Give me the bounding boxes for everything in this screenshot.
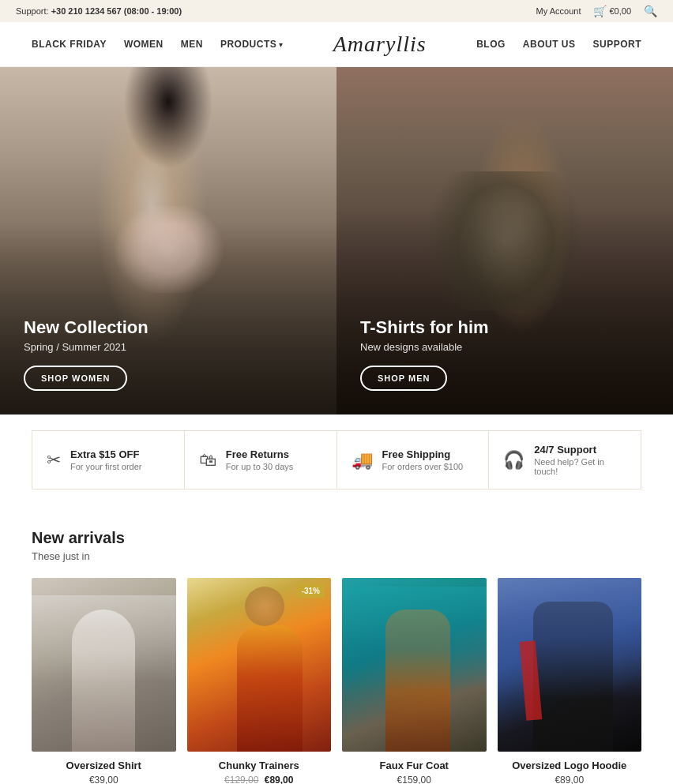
new-arrivals-section: New arrivals These just in Oversized Shi… (0, 505, 673, 784)
products-grid: Oversized Shirt €39,00 -31% Chunky Train… (32, 578, 641, 784)
bag-icon: 🛍 (199, 450, 216, 471)
product-name-1: Oversized Shirt (32, 760, 176, 771)
shop-women-button[interactable]: SHOP WOMEN (24, 366, 127, 391)
feature-discount: ✂ Extra $15 OFF For your first order (32, 431, 185, 489)
nav-left: BLACK FRIDAY WOMEN MEN PRODUCTS ▾ (32, 39, 283, 50)
product-name-4: Oversized Logo Hoodie (498, 760, 642, 771)
cart-icon: 🛒 (593, 5, 607, 17)
hero-left-title: New Collection (24, 317, 313, 338)
hero-left-content: New Collection Spring / Summer 2021 SHOP… (24, 317, 313, 391)
chevron-down-icon: ▾ (279, 40, 283, 49)
hero-left-subtitle: Spring / Summer 2021 (24, 341, 313, 353)
product-name-2: Chunky Trainers (187, 760, 332, 771)
nav-right: BLOG ABOUT US SUPPORT (476, 39, 641, 50)
feature-support-desc: Need help? Get in touch! (534, 457, 626, 476)
product-name-3: Faux Fur Coat (342, 760, 487, 771)
discount-badge-2: -31% (297, 584, 325, 598)
product-price-2: €129,00 €89,00 (187, 775, 332, 784)
feature-discount-title: Extra $15 OFF (70, 448, 141, 460)
product-card-2[interactable]: -31% Chunky Trainers €129,00 €89,00 (187, 578, 332, 784)
nav-products-dropdown[interactable]: PRODUCTS ▾ (220, 39, 283, 50)
scissors-icon: ✂ (47, 450, 61, 471)
price-value-1: €39,00 (89, 775, 118, 784)
new-arrivals-title: New arrivals (32, 529, 641, 547)
feature-shipping-desc: For orders over $100 (382, 462, 464, 471)
feature-support-title: 24/7 Support (534, 444, 626, 456)
my-account-link[interactable]: My Account (536, 6, 581, 16)
original-price-2: €129,00 (224, 775, 258, 784)
new-arrivals-subtitle: These just in (32, 550, 641, 562)
hero-right-subtitle: New designs available (360, 341, 649, 353)
hero-right-content: T-Shirts for him New designs available S… (360, 317, 649, 391)
nav-women[interactable]: WOMEN (124, 39, 164, 50)
header: BLACK FRIDAY WOMEN MEN PRODUCTS ▾ Amaryl… (0, 22, 673, 67)
nav-support[interactable]: SUPPORT (592, 39, 641, 50)
product-card-4[interactable]: Oversized Logo Hoodie €89,00 (498, 578, 642, 784)
product-card-1[interactable]: Oversized Shirt €39,00 (32, 578, 176, 784)
support-info: Support: +30 210 1234 567 (08:00 - 19:00… (16, 6, 182, 16)
features-bar: ✂ Extra $15 OFF For your first order 🛍 F… (32, 430, 641, 490)
product-img-2: -31% (187, 578, 332, 752)
feature-support: 🎧 24/7 Support Need help? Get in touch! (489, 431, 641, 489)
cart-link[interactable]: 🛒 €0,00 (593, 5, 631, 17)
price-value-3: €159,00 (397, 775, 431, 784)
hero-panel-women: New Collection Spring / Summer 2021 SHOP… (0, 67, 336, 415)
top-bar-right: My Account 🛒 €0,00 🔍 (536, 5, 657, 17)
feature-returns: 🛍 Free Returns For up to 30 days (185, 431, 337, 489)
nav-men[interactable]: MEN (181, 39, 203, 50)
hero-section: New Collection Spring / Summer 2021 SHOP… (0, 67, 673, 415)
top-bar: Support: +30 210 1234 567 (08:00 - 19:00… (0, 0, 673, 22)
hero-panel-men: T-Shirts for him New designs available S… (336, 67, 673, 415)
headset-icon: 🎧 (503, 450, 524, 471)
feature-shipping-title: Free Shipping (382, 448, 464, 460)
hero-right-title: T-Shirts for him (360, 317, 649, 338)
product-card-3[interactable]: Faux Fur Coat €159,00 (342, 578, 487, 784)
shop-men-button[interactable]: SHOP MEN (360, 366, 447, 391)
product-price-3: €159,00 (342, 775, 487, 784)
feature-returns-desc: For up to 30 days (226, 462, 294, 471)
product-price-1: €39,00 (32, 775, 176, 784)
sale-price-2: €89,00 (265, 775, 294, 784)
brand-logo[interactable]: Amaryllis (333, 32, 427, 57)
product-img-4 (498, 578, 642, 752)
product-img-3 (342, 578, 487, 752)
nav-black-friday[interactable]: BLACK FRIDAY (32, 39, 107, 50)
nav-products-label[interactable]: PRODUCTS (220, 39, 276, 50)
nav-about-us[interactable]: ABOUT US (523, 39, 576, 50)
truck-icon: 🚚 (352, 450, 373, 471)
feature-shipping: 🚚 Free Shipping For orders over $100 (337, 431, 490, 489)
cart-amount: €0,00 (609, 6, 631, 16)
nav-blog[interactable]: BLOG (476, 39, 506, 50)
product-price-4: €89,00 (498, 775, 642, 784)
feature-discount-desc: For your first order (70, 462, 141, 471)
support-label: Support: (16, 6, 49, 16)
search-button[interactable]: 🔍 (644, 5, 657, 17)
price-value-4: €89,00 (555, 775, 584, 784)
product-img-1 (32, 578, 176, 752)
feature-returns-title: Free Returns (226, 448, 294, 460)
support-phone: +30 210 1234 567 (08:00 - 19:00) (51, 6, 182, 16)
